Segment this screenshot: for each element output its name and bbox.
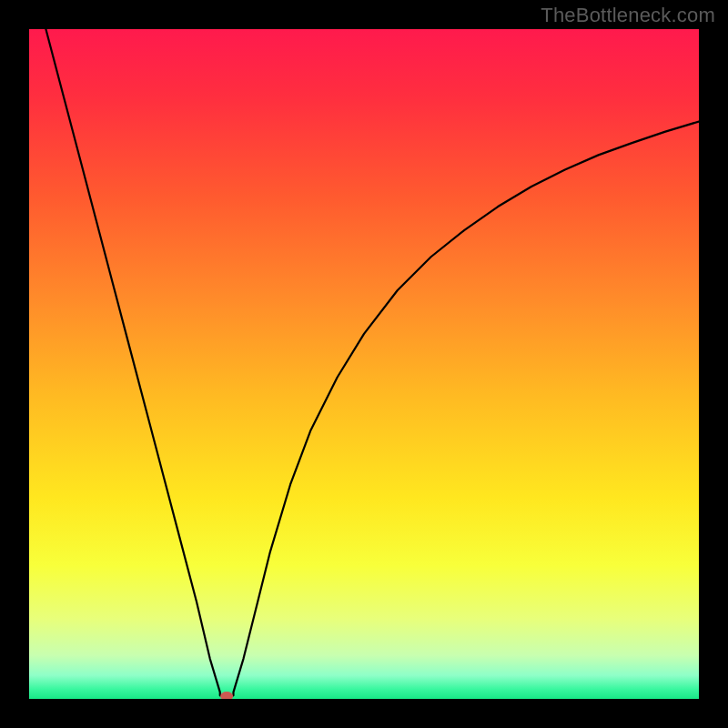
plot-svg	[29, 29, 699, 699]
chart-frame: TheBottleneck.com	[0, 0, 728, 728]
plot-area	[29, 29, 699, 699]
gradient-background	[29, 29, 699, 699]
watermark-text: TheBottleneck.com	[541, 4, 715, 27]
